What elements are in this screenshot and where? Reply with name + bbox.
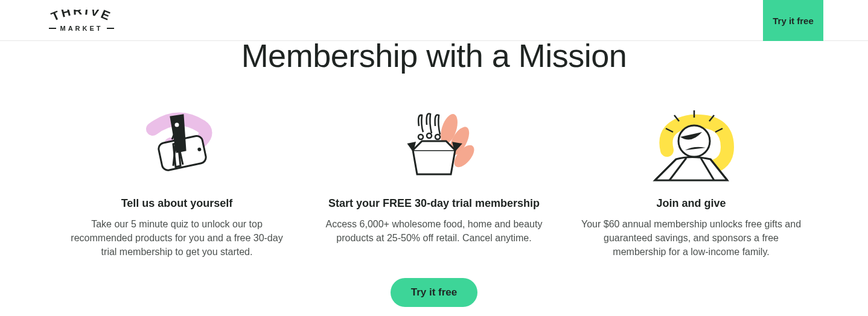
svg-point-10 xyxy=(678,125,710,157)
feature-column-trial: Start your FREE 30-day trial membership … xyxy=(319,108,549,259)
feature-column-quiz: Tell us about yourself Take our 5 minute… xyxy=(62,108,292,259)
page-headline: Membership with a Mission xyxy=(60,39,808,73)
brand-logo: THRIVE MARKET xyxy=(48,7,115,34)
feature-body: Your $60 annual membership unlocks free … xyxy=(576,217,806,259)
dash-icon xyxy=(49,28,56,29)
globe-hands-icon xyxy=(643,108,739,186)
box-produce-icon xyxy=(386,108,482,186)
feature-title: Start your FREE 30-day trial membership xyxy=(328,197,540,210)
feature-title: Tell us about yourself xyxy=(121,197,233,210)
brand-logo-top: THRIVE xyxy=(46,10,116,24)
feature-title: Join and give xyxy=(656,197,726,210)
svg-point-9 xyxy=(435,134,440,139)
main-content: Membership with a Mission xyxy=(0,39,868,307)
svg-point-8 xyxy=(427,133,432,138)
dash-icon xyxy=(107,28,114,29)
feature-columns: Tell us about yourself Take our 5 minute… xyxy=(60,108,808,259)
try-it-free-header-button[interactable]: Try it free xyxy=(763,0,823,41)
quiz-phone-icon xyxy=(129,108,225,186)
svg-point-7 xyxy=(418,134,423,139)
feature-body: Take our 5 minute quiz to unlock our top… xyxy=(62,217,292,259)
svg-point-3 xyxy=(174,122,180,128)
brand-logo-bottom-text: MARKET xyxy=(60,25,103,32)
svg-text:THRIVE: THRIVE xyxy=(49,10,114,24)
try-it-free-button[interactable]: Try it free xyxy=(391,278,478,307)
feature-body: Access 6,000+ wholesome food, home and b… xyxy=(319,217,549,245)
brand-logo-bottom: MARKET xyxy=(49,25,113,32)
site-header: THRIVE MARKET Try it free xyxy=(0,0,868,41)
feature-column-give: Join and give Your $60 annual membership… xyxy=(576,108,806,259)
